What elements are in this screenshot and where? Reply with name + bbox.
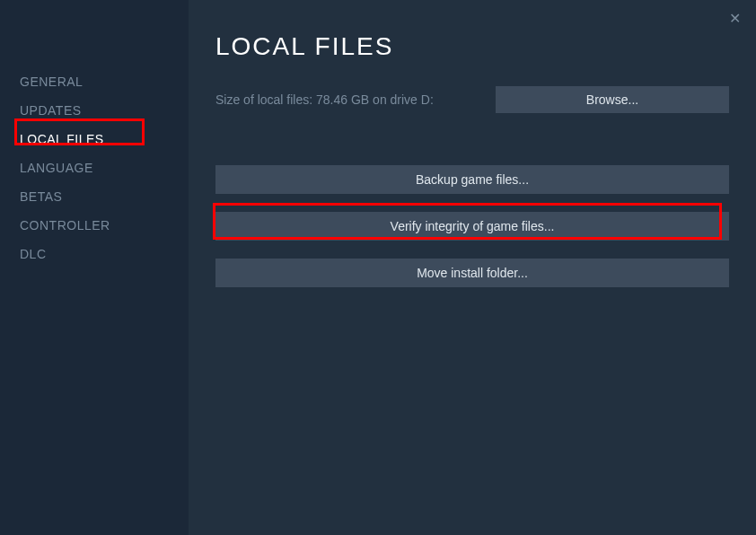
backup-button[interactable]: Backup game files...: [215, 165, 729, 194]
main-panel: ✕ LOCAL FILES Size of local files: 78.46…: [189, 0, 756, 535]
sidebar-item-local-files[interactable]: LOCAL FILES: [20, 125, 189, 153]
sidebar-item-language[interactable]: LANGUAGE: [20, 153, 189, 182]
sidebar-item-controller[interactable]: CONTROLLER: [20, 211, 189, 240]
sidebar-item-general[interactable]: GENERAL: [20, 67, 189, 96]
verify-button[interactable]: Verify integrity of game files...: [215, 212, 729, 241]
sidebar-item-updates[interactable]: UPDATES: [20, 96, 189, 125]
size-text: Size of local files: 78.46 GB on drive D…: [215, 92, 434, 107]
sidebar-item-betas[interactable]: BETAS: [20, 182, 189, 211]
move-button[interactable]: Move install folder...: [215, 259, 729, 287]
page-title: LOCAL FILES: [215, 32, 729, 61]
button-stack: Backup game files... Verify integrity of…: [215, 165, 729, 287]
close-icon[interactable]: ✕: [725, 9, 743, 27]
sidebar: GENERAL UPDATES LOCAL FILES LANGUAGE BET…: [0, 0, 189, 535]
sidebar-item-dlc[interactable]: DLC: [20, 240, 189, 268]
browse-button[interactable]: Browse...: [496, 86, 729, 113]
size-row: Size of local files: 78.46 GB on drive D…: [215, 86, 729, 113]
